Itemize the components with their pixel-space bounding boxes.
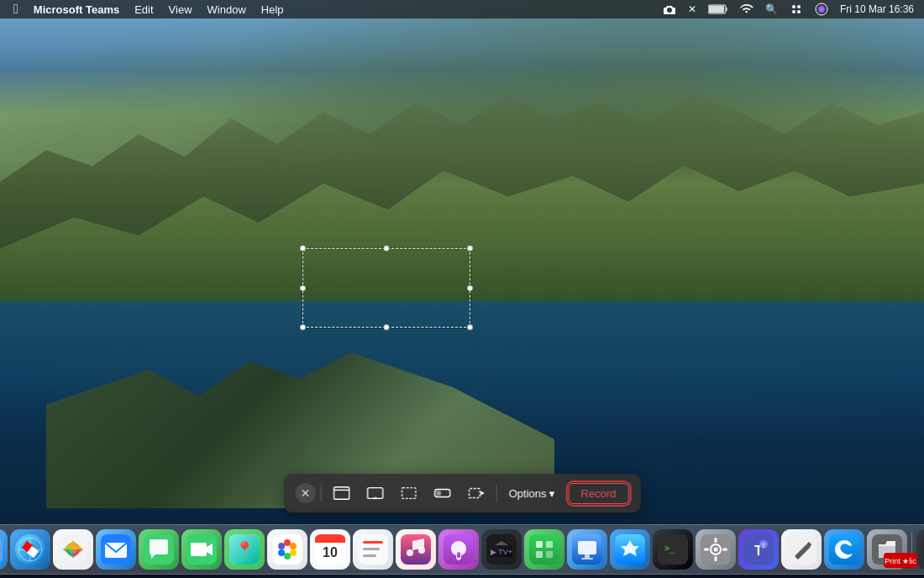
svg-point-51 bbox=[290, 549, 297, 556]
handle-bottom-middle[interactable] bbox=[384, 324, 390, 330]
svg-text:>_: >_ bbox=[664, 544, 675, 554]
dock-icon-keynote[interactable] bbox=[567, 529, 607, 570]
handle-middle-left[interactable] bbox=[300, 285, 306, 291]
dock-icon-photos[interactable] bbox=[267, 529, 307, 570]
dock-icon-maps[interactable]: 📍 bbox=[224, 529, 265, 570]
dock-icon-numbers[interactable] bbox=[524, 529, 564, 570]
svg-point-50 bbox=[290, 543, 297, 549]
app-name-menu[interactable]: Microsoft Teams bbox=[27, 3, 126, 17]
dock-icon-teams[interactable]: TT bbox=[738, 529, 779, 570]
svg-point-8 bbox=[818, 6, 825, 13]
view-menu[interactable]: View bbox=[162, 3, 199, 17]
dock-icon-calendar[interactable]: 10 bbox=[310, 529, 350, 570]
svg-text:10: 10 bbox=[323, 545, 338, 560]
handle-top-middle[interactable] bbox=[384, 245, 390, 251]
corner-badge: Print ★lic bbox=[884, 553, 917, 571]
menu-camera-icon[interactable] bbox=[659, 3, 680, 16]
handle-top-right[interactable] bbox=[467, 245, 473, 251]
dock: ☺ 📍 10 ▶ TV+ bbox=[0, 524, 924, 575]
svg-rect-94 bbox=[829, 534, 859, 565]
svg-rect-2 bbox=[726, 8, 727, 11]
separator-2 bbox=[496, 485, 497, 502]
svg-rect-77 bbox=[585, 554, 590, 558]
window-menu[interactable]: Window bbox=[201, 3, 253, 17]
options-button[interactable]: Options ▾ bbox=[502, 484, 562, 503]
svg-rect-61 bbox=[363, 548, 380, 550]
dock-icon-music[interactable] bbox=[396, 529, 436, 570]
apple-menu[interactable]:  bbox=[7, 2, 25, 17]
dock-icon-mail[interactable] bbox=[96, 529, 136, 570]
svg-rect-16 bbox=[436, 491, 440, 495]
svg-point-65 bbox=[418, 547, 425, 554]
dock-icon-podcasts[interactable] bbox=[438, 529, 479, 570]
svg-rect-57 bbox=[315, 539, 345, 543]
svg-rect-78 bbox=[581, 558, 593, 560]
close-button[interactable]: ✕ bbox=[296, 483, 316, 503]
svg-rect-85 bbox=[715, 538, 717, 543]
help-menu[interactable]: Help bbox=[255, 3, 291, 17]
svg-text:📍: 📍 bbox=[235, 540, 255, 559]
svg-rect-70 bbox=[529, 534, 559, 565]
dock-icon-grid[interactable] bbox=[916, 529, 924, 570]
record-selection-button[interactable] bbox=[461, 481, 491, 506]
svg-point-52 bbox=[284, 553, 291, 560]
screenshot-toolbar: ✕ Options bbox=[284, 474, 641, 512]
handle-middle-right[interactable] bbox=[467, 285, 473, 291]
svg-rect-17 bbox=[469, 489, 480, 498]
svg-rect-14 bbox=[402, 488, 415, 499]
menu-wifi-icon[interactable] bbox=[737, 4, 757, 14]
svg-point-49 bbox=[284, 539, 291, 546]
dock-icon-settings[interactable] bbox=[696, 529, 736, 570]
svg-rect-67 bbox=[457, 552, 460, 558]
handle-bottom-right[interactable] bbox=[467, 324, 473, 330]
svg-rect-48 bbox=[272, 534, 302, 565]
options-label: Options bbox=[509, 487, 547, 500]
svg-rect-74 bbox=[546, 551, 553, 558]
svg-marker-18 bbox=[480, 491, 485, 495]
capture-window-button[interactable] bbox=[327, 481, 357, 506]
capture-selection-button[interactable] bbox=[394, 481, 424, 506]
menu-siri-icon[interactable] bbox=[811, 3, 832, 16]
options-chevron-icon: ▾ bbox=[549, 487, 554, 500]
menu-datetime: Fri 10 Mar 16:36 bbox=[837, 3, 917, 15]
menu-bar-right: ✕ 🔍 Fri 10 Mar 16:36 bbox=[659, 3, 924, 16]
screenshot-selection[interactable] bbox=[302, 248, 470, 328]
record-button[interactable]: Record bbox=[568, 483, 628, 504]
menu-controlcenter-icon[interactable] bbox=[786, 3, 806, 16]
capture-screen-button[interactable] bbox=[360, 481, 391, 506]
capture-touchbar-button[interactable] bbox=[428, 481, 458, 506]
menu-search-icon[interactable]: 🔍 bbox=[762, 3, 781, 15]
svg-point-84 bbox=[714, 548, 718, 552]
svg-point-54 bbox=[278, 543, 285, 549]
handle-bottom-left[interactable] bbox=[300, 324, 306, 330]
menu-x-icon[interactable]: ✕ bbox=[685, 3, 700, 15]
svg-rect-11 bbox=[368, 488, 383, 499]
dock-icon-messages[interactable] bbox=[139, 529, 179, 570]
dock-icon-chrome[interactable] bbox=[53, 529, 93, 570]
svg-rect-1 bbox=[709, 6, 724, 13]
menu-bar-left:  Microsoft Teams Edit View Window Help bbox=[0, 2, 291, 17]
menu-battery-icon bbox=[705, 3, 732, 15]
svg-point-3 bbox=[792, 5, 795, 8]
dock-icon-tv[interactable]: ▶ TV+ bbox=[481, 529, 522, 570]
svg-rect-86 bbox=[715, 556, 717, 561]
separator-1 bbox=[321, 485, 322, 502]
dock-icon-terminal[interactable]: >_ bbox=[653, 529, 693, 570]
svg-rect-76 bbox=[578, 541, 596, 554]
dock-icon-reminders[interactable] bbox=[353, 529, 393, 570]
dock-icon-facetime[interactable] bbox=[181, 529, 222, 570]
svg-text:Print ★lic: Print ★lic bbox=[885, 557, 916, 565]
dock-icon-edge[interactable] bbox=[824, 529, 864, 570]
svg-rect-71 bbox=[536, 541, 543, 548]
svg-rect-62 bbox=[363, 554, 376, 557]
svg-rect-88 bbox=[722, 549, 727, 551]
dock-icon-sketchbook[interactable] bbox=[781, 529, 822, 570]
handle-top-left[interactable] bbox=[300, 245, 306, 251]
svg-rect-87 bbox=[704, 549, 709, 551]
svg-point-4 bbox=[797, 5, 801, 8]
dock-icon-appstore[interactable] bbox=[610, 529, 650, 570]
dock-icon-launchpad[interactable] bbox=[0, 529, 8, 570]
svg-rect-21 bbox=[0, 534, 3, 565]
dock-icon-safari[interactable] bbox=[10, 529, 50, 570]
edit-menu[interactable]: Edit bbox=[128, 3, 160, 17]
